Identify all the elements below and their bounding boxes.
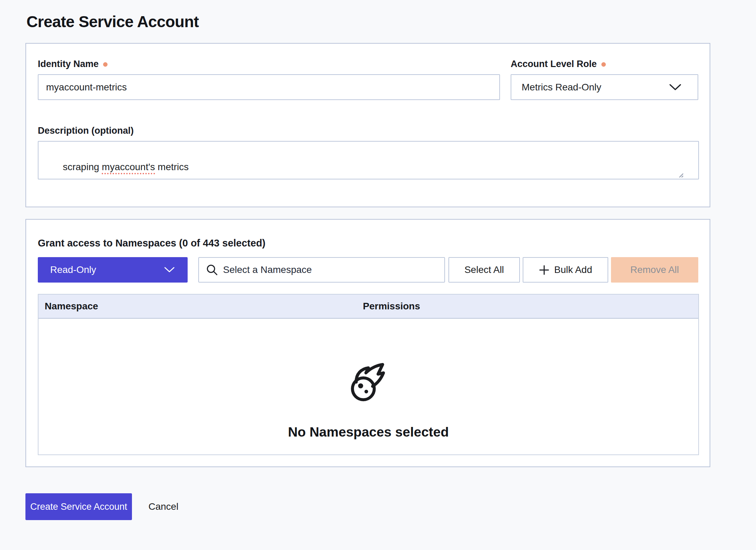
identity-card: Identity Name Account Level Role Metrics… bbox=[25, 43, 710, 207]
account-level-role-value: Metrics Read-Only bbox=[522, 82, 601, 93]
description-text-suffix: metrics bbox=[155, 162, 189, 172]
identity-name-input[interactable] bbox=[38, 74, 500, 100]
remove-all-label: Remove All bbox=[630, 264, 679, 275]
namespace-role-dropdown[interactable]: Read-Only bbox=[38, 257, 188, 283]
description-label-text: Description (optional) bbox=[38, 125, 134, 136]
required-dot-icon bbox=[103, 62, 108, 67]
identity-name-label-text: Identity Name bbox=[38, 59, 99, 69]
namespace-search-input[interactable] bbox=[223, 264, 437, 275]
select-all-button[interactable]: Select All bbox=[448, 257, 520, 283]
description-text-prefix: scraping bbox=[63, 162, 102, 172]
account-level-role-select[interactable]: Metrics Read-Only bbox=[511, 74, 698, 100]
empty-state: No Namespaces selected bbox=[288, 319, 449, 440]
namespaces-table: Namespace Permissions No Namespaces sele… bbox=[38, 294, 699, 455]
cancel-button[interactable]: Cancel bbox=[140, 493, 187, 520]
cancel-label: Cancel bbox=[148, 501, 178, 512]
column-header-namespace: Namespace bbox=[45, 301, 98, 312]
empty-state-message: No Namespaces selected bbox=[288, 425, 449, 440]
description-text-misspelled: myaccount's bbox=[102, 162, 155, 172]
comet-icon bbox=[347, 362, 389, 404]
account-level-role-label: Account Level Role bbox=[511, 59, 606, 69]
chevron-down-icon bbox=[164, 267, 175, 273]
namespaces-card: Grant access to Namespaces (0 of 443 sel… bbox=[25, 219, 710, 467]
create-service-account-button[interactable]: Create Service Account bbox=[25, 493, 132, 520]
grant-access-heading: Grant access to Namespaces (0 of 443 sel… bbox=[38, 238, 266, 249]
account-level-role-label-text: Account Level Role bbox=[511, 59, 597, 69]
search-icon bbox=[206, 264, 218, 276]
bulk-add-label: Bulk Add bbox=[554, 264, 592, 275]
identity-name-label: Identity Name bbox=[38, 59, 108, 69]
namespaces-table-header: Namespace Permissions bbox=[38, 295, 698, 319]
column-header-permissions: Permissions bbox=[363, 301, 420, 312]
resize-handle-icon[interactable] bbox=[676, 170, 698, 178]
description-textarea[interactable]: scraping myaccount's metrics bbox=[38, 141, 699, 179]
page-title: Create Service Account bbox=[26, 12, 199, 31]
plus-icon bbox=[539, 265, 549, 275]
create-service-account-label: Create Service Account bbox=[30, 502, 127, 512]
remove-all-button[interactable]: Remove All bbox=[611, 257, 698, 283]
namespaces-table-body: No Namespaces selected bbox=[38, 319, 698, 454]
bulk-add-button[interactable]: Bulk Add bbox=[523, 257, 608, 283]
description-label: Description (optional) bbox=[38, 125, 134, 136]
namespace-role-dropdown-value: Read-Only bbox=[50, 264, 96, 275]
chevron-down-icon bbox=[669, 84, 681, 90]
required-dot-icon bbox=[601, 62, 606, 67]
namespace-search bbox=[198, 257, 445, 283]
select-all-label: Select All bbox=[464, 264, 504, 275]
